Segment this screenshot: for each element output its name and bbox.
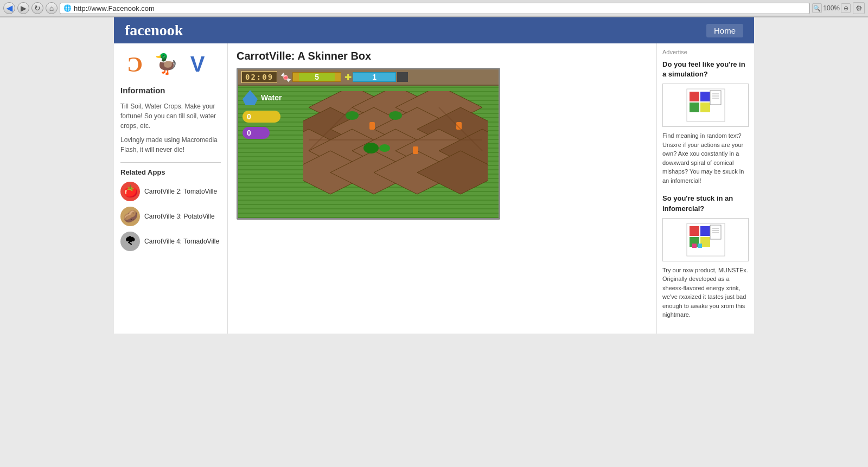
game-left-panel: Water 0 0 xyxy=(238,86,292,218)
svg-point-22 xyxy=(379,144,390,152)
water-icon xyxy=(242,90,258,105)
zoom-level: 100% xyxy=(823,4,840,12)
svg-rect-27 xyxy=(690,92,699,101)
duck-icon-img: 🦆 xyxy=(152,50,180,78)
game-area: CarrotVille: A Skinner Box 02:09 🍬 5 xyxy=(228,43,656,334)
game-title: CarrotVille: A Skinner Box xyxy=(237,50,648,62)
svg-rect-45 xyxy=(692,244,697,248)
related-label-1: CarrotVille 3: PotatoVille xyxy=(144,213,215,220)
left-sidebar: C 🦆 V Information Till Soil, Water Crops… xyxy=(114,43,228,334)
ad-section-1: Do you feel like you're in a simulation? xyxy=(662,60,749,185)
svg-rect-29 xyxy=(700,92,710,101)
address-bar[interactable] xyxy=(74,4,806,12)
hud-timer: 02:09 xyxy=(241,71,277,83)
ad1-logo-svg xyxy=(684,86,727,124)
resource-bar-purple: 0 xyxy=(242,127,270,139)
zoom-controls: 🔍 100% ⊕ xyxy=(812,3,851,13)
ad2-logo-svg xyxy=(684,221,727,259)
duck-icon: 🦆 xyxy=(154,53,178,75)
refresh-button[interactable]: ↻ xyxy=(31,2,43,14)
resource-item-1: 0 xyxy=(242,111,288,123)
hud-health-bar: 1 xyxy=(353,72,396,82)
svg-rect-28 xyxy=(690,103,699,112)
ad2-image[interactable] xyxy=(662,218,749,261)
hud-health: ✚ 1 xyxy=(344,72,408,82)
health-icon: ✚ xyxy=(344,72,352,82)
hud-health-num: 1 xyxy=(372,73,376,81)
nav-home-link[interactable]: Home xyxy=(706,24,743,37)
carrot-icon: C xyxy=(127,52,143,77)
farm-grid xyxy=(303,91,488,205)
browser-toolbar: ◀ ▶ ↻ ⌂ 🌐 🔍 100% ⊕ ⚙ xyxy=(0,0,868,17)
v-icon: V xyxy=(190,52,205,76)
v-icon-img: V xyxy=(183,50,212,78)
hud-coin-num: 5 xyxy=(315,73,319,81)
home-button[interactable]: ⌂ xyxy=(46,2,58,14)
info-desc: Till Soil, Water Crops, Make your fortun… xyxy=(120,101,221,131)
svg-rect-20 xyxy=(413,146,418,154)
water-label: Water xyxy=(261,93,282,102)
related-item-2[interactable]: 🌪 CarrotVille 4: TornadoVille xyxy=(120,232,221,251)
settings-button[interactable]: ⚙ xyxy=(853,2,865,14)
zoom-out-button[interactable]: 🔍 xyxy=(812,3,822,13)
related-apps-section: Related Apps 🍅 CarrotVille 2: TomatoVill… xyxy=(120,168,221,251)
hud-coin-bar: 5 xyxy=(292,72,341,82)
back-button[interactable]: ◀ xyxy=(3,2,15,14)
svg-rect-39 xyxy=(700,226,710,236)
tornado-icon: 🌪 xyxy=(120,232,140,251)
svg-rect-46 xyxy=(698,244,702,248)
svg-rect-18 xyxy=(369,122,375,130)
resource-item-2: 0 xyxy=(242,127,288,139)
hud-coins: 🍬 5 xyxy=(280,72,341,82)
app-icons: C 🦆 V xyxy=(120,50,221,78)
svg-point-21 xyxy=(363,143,379,153)
info-credit: Lovingly made using Macromedia Flash, it… xyxy=(120,135,221,155)
related-label-2: CarrotVille 4: TornadoVille xyxy=(144,238,219,245)
info-section: Information Till Soil, Water Crops, Make… xyxy=(120,86,221,155)
address-bar-wrap: 🌐 xyxy=(60,3,810,14)
related-label-0: CarrotVille 2: TomatoVille xyxy=(144,188,217,195)
info-title: Information xyxy=(120,86,221,97)
ad2-desc: Try our nxw product, MUNSTEx. Originally… xyxy=(662,266,749,319)
ad1-desc: Find meaning in random text? Unsxre if y… xyxy=(662,131,749,185)
hud-dark-end xyxy=(397,72,408,82)
svg-rect-32 xyxy=(710,91,721,105)
related-item-1[interactable]: 🥔 CarrotVille 3: PotatoVille xyxy=(120,207,221,226)
resource-num-1: 0 xyxy=(247,112,251,121)
tomato-icon: 🍅 xyxy=(120,182,140,201)
resource-num-2: 0 xyxy=(247,129,251,137)
water-item: Water xyxy=(242,90,288,105)
site-nav: Home xyxy=(706,26,743,35)
game-hud: 02:09 🍬 5 ✚ 1 xyxy=(238,69,499,86)
site-header: facenook Home xyxy=(114,17,754,43)
carrot-icon-img: C xyxy=(120,50,149,78)
game-canvas[interactable]: 02:09 🍬 5 ✚ 1 xyxy=(237,68,500,220)
ad1-title: Do you feel like you're in a simulation? xyxy=(662,60,749,79)
globe-icon: 🌐 xyxy=(63,4,72,12)
right-sidebar: Advertise Do you feel like you're in a s… xyxy=(656,43,754,334)
svg-rect-41 xyxy=(710,225,721,239)
game-viewport[interactable]: Water 0 0 xyxy=(238,86,499,218)
potato-icon: 🥔 xyxy=(120,207,140,226)
zoom-in-button[interactable]: ⊕ xyxy=(841,3,851,13)
page-wrapper: facenook Home C 🦆 V Information xyxy=(114,17,754,334)
ad1-image[interactable] xyxy=(662,84,749,127)
ad2-title: So you're stuck in an infomercial? xyxy=(662,194,749,213)
farm-svg xyxy=(303,91,488,205)
forward-button[interactable]: ▶ xyxy=(17,2,29,14)
ad-section-2: So you're stuck in an infomercial? xyxy=(662,194,749,319)
resource-bar-yellow: 0 xyxy=(242,111,280,123)
site-logo: facenook xyxy=(125,22,183,39)
ad-label: Advertise xyxy=(662,49,749,55)
svg-rect-37 xyxy=(690,226,699,236)
divider xyxy=(120,162,221,163)
related-item-0[interactable]: 🍅 CarrotVille 2: TomatoVille xyxy=(120,182,221,201)
coin-icon: 🍬 xyxy=(280,72,291,82)
main-content: C 🦆 V Information Till Soil, Water Crops… xyxy=(114,43,754,334)
browser-chrome: ◀ ▶ ↻ ⌂ 🌐 🔍 100% ⊕ ⚙ xyxy=(0,0,868,17)
svg-rect-30 xyxy=(700,103,710,112)
svg-point-17 xyxy=(389,111,402,120)
related-apps-title: Related Apps xyxy=(120,168,221,176)
